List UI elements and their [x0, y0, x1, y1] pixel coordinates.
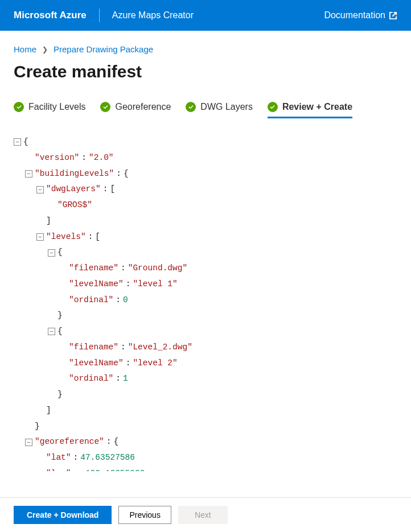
json-token-key: "buildingLevels"	[35, 168, 114, 180]
json-token-str: "2.0"	[89, 152, 114, 164]
json-token-key: "georeference"	[35, 436, 104, 448]
page-title: Create manifest	[14, 62, 397, 81]
json-token-punct: }	[35, 420, 40, 433]
tab-label: DWG Layers	[200, 102, 253, 112]
breadcrumb-prepare[interactable]: Prepare Drawing Package	[54, 44, 153, 54]
topbar: Microsoft Azure Azure Maps Creator Docum…	[0, 0, 411, 31]
json-line: −"buildingLevels":{	[14, 166, 397, 182]
vertical-divider	[99, 9, 100, 22]
content-area: Home ❯ Prepare Drawing Package Create ma…	[0, 31, 411, 471]
json-token-colon: :	[71, 452, 81, 464]
collapse-toggle-icon[interactable]: −	[48, 328, 55, 335]
json-token-punct: }	[57, 389, 63, 401]
collapse-toggle-icon[interactable]: −	[25, 439, 32, 446]
json-token-punct: ]	[46, 215, 51, 228]
app-name: Azure Maps Creator	[112, 10, 194, 20]
collapse-toggle-icon[interactable]: −	[14, 138, 21, 146]
json-line: −{	[14, 245, 397, 261]
documentation-link[interactable]: Documentation	[324, 10, 397, 20]
json-token-str: "Level_2.dwg"	[128, 341, 192, 354]
json-token-colon: :	[71, 468, 81, 471]
json-token-key: "levels"	[46, 231, 86, 244]
json-line: }	[14, 387, 397, 403]
json-token-key: "lon"	[46, 468, 71, 471]
collapse-toggle-icon[interactable]: −	[25, 170, 32, 178]
json-line: "levelName":"level 1"	[14, 277, 397, 292]
collapse-toggle-icon[interactable]: −	[36, 186, 44, 193]
json-token-punct: {	[124, 168, 129, 180]
breadcrumb-home[interactable]: Home	[14, 44, 36, 54]
chevron-right-icon: ❯	[42, 46, 48, 53]
tab-dwg-layers[interactable]: DWG Layers	[186, 102, 253, 118]
manifest-json-viewer[interactable]: −{"version":"2.0"−"buildingLevels":{−"dw…	[14, 134, 397, 471]
json-token-punct: [	[95, 231, 100, 244]
json-token-punct: {	[57, 325, 63, 338]
breadcrumb: Home ❯ Prepare Drawing Package	[14, 44, 397, 54]
json-line: "lat":47.63527586	[14, 450, 397, 466]
json-token-punct: ]	[46, 405, 51, 417]
json-token-colon: :	[113, 294, 123, 307]
json-token-str: "level 1"	[133, 278, 177, 291]
json-line: −{	[14, 134, 397, 150]
brand-logo[interactable]: Microsoft Azure	[14, 10, 87, 21]
json-token-key: "filename"	[69, 262, 118, 275]
documentation-label: Documentation	[324, 10, 385, 20]
tab-label: Facility Levels	[28, 102, 85, 112]
collapse-toggle-icon[interactable]: −	[36, 233, 44, 241]
json-token-colon: :	[86, 231, 96, 244]
json-line: −"levels":[	[14, 229, 397, 245]
previous-button[interactable]: Previous	[118, 506, 171, 524]
check-circle-icon	[14, 102, 24, 112]
json-token-colon: :	[124, 357, 133, 370]
json-line: −{	[14, 324, 397, 340]
tab-review-create[interactable]: Review + Create	[268, 102, 352, 118]
json-token-key: "ordinal"	[69, 373, 113, 385]
json-token-punct: {	[57, 246, 63, 259]
json-token-num: -122.13355922	[80, 468, 145, 471]
json-line: "filename":"Ground.dwg"	[14, 261, 397, 277]
json-token-colon: :	[79, 152, 89, 164]
json-token-colon: :	[104, 436, 114, 448]
json-line: }	[14, 419, 397, 435]
json-token-colon: :	[124, 278, 133, 291]
check-circle-icon	[268, 102, 278, 112]
json-token-colon: :	[114, 168, 124, 180]
json-token-key: "dwgLayers"	[46, 183, 101, 196]
create-download-button[interactable]: Create + Download	[14, 506, 112, 524]
json-token-str: "Ground.dwg"	[128, 262, 187, 275]
json-line: "filename":"Level_2.dwg"	[14, 340, 397, 356]
json-token-key: "levelName"	[69, 278, 124, 291]
json-token-colon: :	[113, 373, 123, 385]
json-token-key: "version"	[35, 152, 79, 164]
json-line: −"dwgLayers":[	[14, 182, 397, 197]
json-token-num: 0	[123, 294, 128, 307]
json-token-key: "lat"	[46, 452, 71, 464]
json-token-colon: :	[118, 262, 128, 275]
json-line: "GROS$"	[14, 197, 397, 213]
json-line: −"georeference":{	[14, 434, 397, 450]
json-token-punct: {	[23, 136, 28, 149]
json-token-colon: :	[101, 183, 110, 196]
json-token-colon: :	[118, 341, 128, 354]
json-token-num: 47.63527586	[80, 452, 135, 464]
json-token-punct: {	[114, 436, 119, 448]
json-line: "version":"2.0"	[14, 150, 397, 166]
json-line: "levelName":"level 2"	[14, 356, 397, 372]
footer-actions: Create + Download Previous Next	[0, 497, 411, 532]
tab-label: Georeference	[115, 102, 171, 112]
tab-georeference[interactable]: Georeference	[100, 102, 171, 118]
json-token-num: 1	[123, 373, 128, 385]
json-line: ]	[14, 213, 397, 229]
wizard-tabs: Facility LevelsGeoreferenceDWG LayersRev…	[14, 102, 397, 118]
json-token-key: "ordinal"	[69, 294, 113, 307]
json-line: "ordinal":1	[14, 371, 397, 387]
json-token-key: "levelName"	[69, 357, 124, 370]
json-line: ]	[14, 403, 397, 419]
json-token-key: "filename"	[69, 341, 118, 354]
external-link-icon	[389, 11, 397, 20]
json-line: "ordinal":0	[14, 292, 397, 308]
json-token-str: "level 2"	[133, 357, 177, 370]
collapse-toggle-icon[interactable]: −	[48, 249, 55, 257]
tab-facility-levels[interactable]: Facility Levels	[14, 102, 85, 118]
topbar-left: Microsoft Azure Azure Maps Creator	[14, 9, 194, 22]
